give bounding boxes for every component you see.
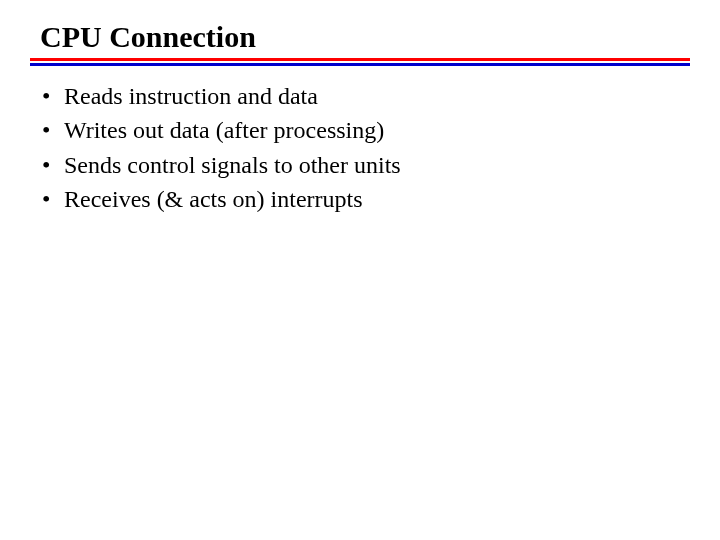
bullet-icon: • [42,149,64,181]
title-divider [30,58,690,66]
bullet-icon: • [42,183,64,215]
bullet-icon: • [42,80,64,112]
list-item: • Receives (& acts on) interrupts [42,183,690,215]
slide-title: CPU Connection [40,20,690,54]
divider-blue-line [30,63,690,66]
list-item: • Reads instruction and data [42,80,690,112]
bullet-text: Writes out data (after processing) [64,114,690,146]
list-item: • Writes out data (after processing) [42,114,690,146]
bullet-icon: • [42,114,64,146]
list-item: • Sends control signals to other units [42,149,690,181]
bullet-text: Sends control signals to other units [64,149,690,181]
bullet-text: Receives (& acts on) interrupts [64,183,690,215]
bullet-list: • Reads instruction and data • Writes ou… [30,80,690,216]
bullet-text: Reads instruction and data [64,80,690,112]
